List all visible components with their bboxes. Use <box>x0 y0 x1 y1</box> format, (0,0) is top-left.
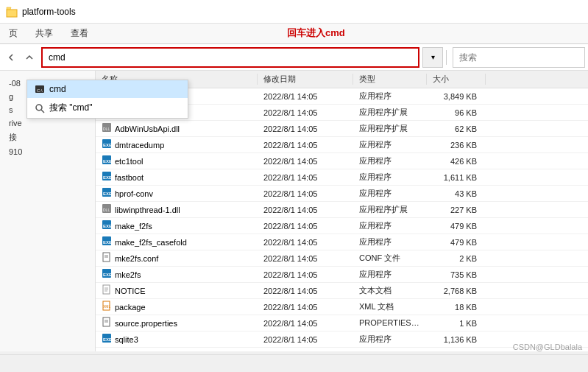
file-type: 文本文档 <box>353 285 427 296</box>
up-button[interactable] <box>21 49 38 66</box>
table-row[interactable]: DLLAdbWinUsbApi.dll2022/8/1 14:05应用程序扩展6… <box>96 121 588 137</box>
file-date: 2022/8/1 14:05 <box>258 287 353 295</box>
file-size: 3,849 KB <box>427 92 486 101</box>
ribbon-tab-page[interactable]: 页 <box>6 26 21 41</box>
file-type: 应用程序 <box>353 139 427 150</box>
file-date: 2022/8/1 14:05 <box>258 319 353 328</box>
address-input[interactable] <box>41 47 419 68</box>
file-size: 735 KB <box>427 270 486 279</box>
table-row[interactable]: EXEdmtracedump2022/8/1 14:05应用程序236 KB <box>96 137 588 153</box>
file-name: AdbWinUsbApi.dll <box>115 124 180 133</box>
file-date: 2022/8/1 14:05 <box>258 124 353 133</box>
table-row[interactable]: DLLlibwinpthread-1.dll2022/8/1 14:05应用程序… <box>96 202 588 218</box>
file-name-cell: DLLAdbWinUsbApi.dll <box>96 122 258 135</box>
header-type[interactable]: 类型 <box>353 74 427 85</box>
prop-icon <box>102 317 112 329</box>
file-name: mke2fs <box>115 270 141 279</box>
file-date: 2022/8/1 14:05 <box>258 238 353 247</box>
svg-text:EXE: EXE <box>103 240 112 245</box>
file-date: 2022/8/1 14:05 <box>258 335 353 344</box>
file-name: NOTICE <box>115 287 146 295</box>
file-name: source.properties <box>115 319 177 328</box>
suggestion-label-search: 搜索 "cmd" <box>49 102 93 114</box>
table-row[interactable]: EXEmke2fs2022/8/1 14:05应用程序735 KB <box>96 267 588 283</box>
exe-icon: EXE <box>102 236 112 248</box>
dll-icon: DLL <box>102 203 112 216</box>
file-date: 2022/8/1 14:05 <box>258 141 353 150</box>
exe-icon: EXE <box>102 220 112 232</box>
watermark: CSDN@GLDbalala <box>513 343 582 351</box>
file-size: 96 KB <box>427 108 486 117</box>
file-type: 应用程序 <box>353 220 427 231</box>
file-name-cell: EXEdmtracedump <box>96 138 258 151</box>
file-date: 2022/8/1 14:05 <box>258 222 353 231</box>
sidebar-item-5[interactable]: 接 <box>0 130 95 145</box>
ribbon-tab-share[interactable]: 共享 <box>32 26 56 41</box>
file-name: make_f2fs_casefold <box>115 238 187 247</box>
file-type: PROPERTIES 文件 <box>353 317 427 329</box>
title-bar-text: platform-tools <box>22 7 76 17</box>
sidebar-item-6[interactable]: 910 <box>0 145 95 158</box>
file-date: 2022/8/1 14:05 <box>258 303 353 312</box>
file-name: sqlite3 <box>115 335 138 344</box>
svg-text:EXE: EXE <box>103 337 112 342</box>
suggestion-label-cmd: cmd <box>49 84 66 94</box>
table-row[interactable]: EXEetc1tool2022/8/1 14:05应用程序426 KB <box>96 153 588 169</box>
table-row[interactable]: NOTICE2022/8/1 14:05文本文档2,768 KB <box>96 283 588 299</box>
file-name-cell: mke2fs.conf <box>96 252 258 264</box>
search-icon <box>35 103 45 113</box>
table-row[interactable]: XMLpackage2022/8/1 14:05XML 文档18 KB <box>96 299 588 315</box>
file-date: 2022/8/1 14:05 <box>258 108 353 117</box>
search-input[interactable] <box>453 47 585 68</box>
file-size: 479 KB <box>427 238 486 247</box>
file-date: 2022/8/1 14:05 <box>258 270 353 279</box>
table-row[interactable]: EXEfastboot2022/8/1 14:05应用程序1,611 KB <box>96 169 588 186</box>
suggestion-dropdown: C:\ cmd 搜索 "cmd" <box>26 80 188 119</box>
chevron-down-icon: ▾ <box>431 53 435 61</box>
file-size: 62 KB <box>427 124 486 133</box>
file-size: 18 KB <box>427 303 486 312</box>
file-type: 应用程序 <box>353 155 427 166</box>
file-type: CONF 文件 <box>353 253 427 264</box>
file-size: 236 KB <box>427 141 486 150</box>
address-dropdown-button[interactable]: ▾ <box>422 47 443 68</box>
file-name-cell: EXEhprof-conv <box>96 187 258 200</box>
svg-text:EXE: EXE <box>103 273 112 277</box>
svg-line-5 <box>41 110 44 113</box>
table-row[interactable]: EXEmake_f2fs_casefold2022/8/1 14:05应用程序4… <box>96 234 588 250</box>
file-size: 2,768 KB <box>427 287 486 295</box>
file-type: 应用程序 <box>353 188 427 199</box>
file-name: fastboot <box>115 173 144 182</box>
svg-point-4 <box>36 105 42 110</box>
ribbon-tab-view[interactable]: 查看 <box>68 26 91 41</box>
file-size: 43 KB <box>427 189 486 198</box>
annotation-text: 回车进入cmd <box>287 27 345 40</box>
table-row[interactable]: source.properties2022/8/1 14:05PROPERTIE… <box>96 315 588 331</box>
file-size: 479 KB <box>427 222 486 231</box>
table-row[interactable]: mke2fs.conf2022/8/1 14:05CONF 文件2 KB <box>96 250 588 267</box>
file-name: libwinpthread-1.dll <box>115 206 180 214</box>
suggestion-item-cmd[interactable]: C:\ cmd <box>27 80 188 98</box>
table-row[interactable]: EXEhprof-conv2022/8/1 14:05应用程序43 KB <box>96 186 588 202</box>
file-name-cell: NOTICE <box>96 284 258 297</box>
suggestion-item-search[interactable]: 搜索 "cmd" <box>27 98 188 118</box>
table-row[interactable]: EXEmake_f2fs2022/8/1 14:05应用程序479 KB <box>96 218 588 234</box>
svg-text:EXE: EXE <box>103 224 112 228</box>
exe-icon: EXE <box>102 155 112 167</box>
header-date[interactable]: 修改日期 <box>258 74 353 85</box>
xml-icon: XML <box>102 301 112 313</box>
back-button[interactable] <box>3 49 21 66</box>
file-type: 应用程序 <box>353 236 427 248</box>
file-type: 应用程序扩展 <box>353 107 427 118</box>
exe-icon: EXE <box>102 268 112 281</box>
file-type: 应用程序 <box>353 269 427 280</box>
title-bar-icon <box>6 6 18 18</box>
file-type: 应用程序 <box>353 91 427 102</box>
file-size: 1,611 KB <box>427 173 486 182</box>
cmd-icon: C:\ <box>35 84 45 94</box>
header-size[interactable]: 大小 <box>427 74 486 85</box>
file-name-cell: EXEmake_f2fs_casefold <box>96 236 258 248</box>
file-name-cell: source.properties <box>96 317 258 329</box>
dll-icon: DLL <box>102 122 112 135</box>
file-name: hprof-conv <box>115 189 153 198</box>
